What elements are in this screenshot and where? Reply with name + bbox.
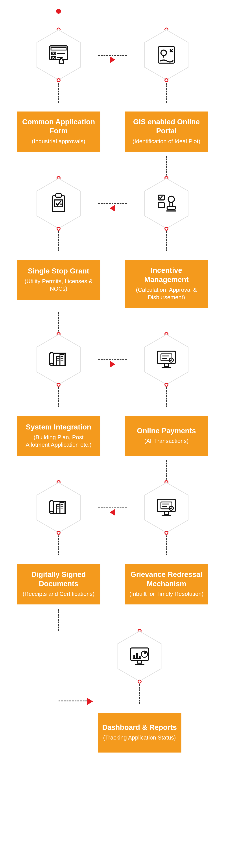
arrow-right-icon bbox=[110, 56, 115, 63]
row-2-connector bbox=[98, 204, 127, 211]
v-connector bbox=[166, 83, 167, 103]
row-4-connector bbox=[98, 507, 127, 516]
card-grievance-redressal: Grievance Redressal Mechanism (Inbuilt f… bbox=[125, 564, 208, 604]
step-system-integration: System Integration (Building Plan, Post … bbox=[17, 334, 100, 456]
step-digitally-signed-documents: Digitally Signed Documents (Receipts and… bbox=[17, 482, 100, 604]
step-dashboard-reports: Dashboard & Reports (Tracking Applicatio… bbox=[98, 631, 182, 752]
v-connector bbox=[58, 388, 59, 407]
card-title: Dashboard & Reports bbox=[102, 723, 177, 732]
arrow-right-icon bbox=[87, 698, 93, 705]
card-subtitle: (Industrial approvals) bbox=[21, 138, 96, 145]
node-dot-bottom bbox=[138, 680, 141, 684]
card-title: Grievance Redressal Mechanism bbox=[129, 570, 204, 588]
card-single-stop-grant: Single Stop Grant (Utility Permits, Lice… bbox=[17, 260, 100, 300]
row-1-connector bbox=[98, 55, 127, 63]
v-connector bbox=[139, 684, 140, 704]
row-5: Dashboard & Reports (Tracking Applicatio… bbox=[0, 631, 225, 752]
card-subtitle: (Identification of Ideal Plot) bbox=[129, 138, 204, 145]
card-gis-portal: GIS enabled Online Portal (Identificatio… bbox=[125, 112, 208, 152]
node-dot-bottom bbox=[164, 531, 168, 535]
card-title: Online Payments bbox=[129, 426, 204, 435]
node-dot-bottom bbox=[164, 383, 168, 387]
card-subtitle: (All Transactions) bbox=[129, 437, 204, 445]
card-title: Incentive Management bbox=[129, 266, 204, 284]
card-title: System Integration bbox=[21, 423, 96, 431]
feature-flow-diagram: Common Application Form (Industrial appr… bbox=[0, 9, 225, 757]
row-gap-3 bbox=[0, 460, 225, 482]
start-dot bbox=[56, 9, 61, 14]
stamp-icon bbox=[155, 192, 178, 214]
card-incentive-management: Incentive Management (Calculation, Appro… bbox=[125, 260, 208, 308]
v-connector bbox=[58, 535, 59, 555]
card-subtitle: (Building Plan, Post Allotment Applicati… bbox=[21, 434, 96, 448]
monitor-icon bbox=[155, 348, 178, 370]
step-incentive-management: Incentive Management (Calculation, Appro… bbox=[125, 178, 208, 308]
step-common-application-form: Common Application Form (Industrial appr… bbox=[17, 30, 100, 152]
row-gap-4 bbox=[0, 609, 225, 631]
node-dot-bottom bbox=[57, 227, 61, 231]
card-subtitle: (Receipts and Certifications) bbox=[21, 590, 96, 598]
v-connector bbox=[58, 312, 59, 334]
blueprint-icon bbox=[47, 348, 70, 370]
card-title: Common Application Form bbox=[21, 117, 96, 135]
row-1: Common Application Form (Industrial appr… bbox=[0, 30, 225, 152]
arrow-left-icon bbox=[110, 205, 115, 212]
card-subtitle: (Utility Permits, Licenses & NOCs) bbox=[21, 278, 96, 292]
node-dot-bottom bbox=[57, 78, 61, 82]
v-connector bbox=[166, 460, 167, 482]
card-title: Single Stop Grant bbox=[21, 267, 96, 275]
arrow-left-icon bbox=[110, 509, 115, 516]
row-gap-2 bbox=[0, 312, 225, 334]
v-connector bbox=[166, 535, 167, 555]
card-dashboard-reports: Dashboard & Reports (Tracking Applicatio… bbox=[98, 713, 182, 752]
dashboard-icon bbox=[129, 645, 151, 667]
card-subtitle: (Inbuilt for Timely Resolution) bbox=[129, 590, 204, 598]
card-digitally-signed-documents: Digitally Signed Documents (Receipts and… bbox=[17, 564, 100, 604]
row-2: Single Stop Grant (Utility Permits, Lice… bbox=[0, 178, 225, 308]
v-connector bbox=[58, 83, 59, 103]
row-3: System Integration (Building Plan, Post … bbox=[0, 334, 225, 456]
step-online-payments: Online Payments (All Transactions) bbox=[125, 334, 208, 456]
node-dot-bottom bbox=[164, 78, 168, 82]
clipboard-icon bbox=[47, 192, 70, 214]
v-connector bbox=[166, 231, 167, 251]
card-common-application-form: Common Application Form (Industrial appr… bbox=[17, 112, 100, 152]
card-subtitle: (Calculation, Approval & Disbursement) bbox=[129, 286, 204, 301]
row-4: Digitally Signed Documents (Receipts and… bbox=[0, 482, 225, 604]
v-connector bbox=[58, 231, 59, 251]
v-connector bbox=[58, 609, 59, 631]
step-single-stop-grant: Single Stop Grant (Utility Permits, Lice… bbox=[17, 178, 100, 308]
card-subtitle: (Tracking Application Status) bbox=[102, 734, 177, 742]
v-connector bbox=[166, 388, 167, 407]
row-3-connector bbox=[98, 360, 127, 367]
row-5-connector bbox=[59, 698, 93, 705]
form-icon bbox=[47, 44, 70, 66]
row-gap-1 bbox=[0, 156, 225, 178]
card-title: GIS enabled Online Portal bbox=[129, 117, 204, 135]
map-icon bbox=[155, 44, 178, 66]
node-dot-bottom bbox=[57, 531, 61, 535]
v-connector bbox=[166, 156, 167, 178]
card-system-integration: System Integration (Building Plan, Post … bbox=[17, 416, 100, 456]
blueprint-icon bbox=[47, 496, 70, 519]
start-connector bbox=[0, 14, 171, 28]
step-grievance-redressal: Grievance Redressal Mechanism (Inbuilt f… bbox=[125, 482, 208, 604]
monitor-icon bbox=[155, 496, 178, 519]
card-title: Digitally Signed Documents bbox=[21, 570, 96, 588]
arrow-right-icon bbox=[110, 361, 115, 368]
node-dot-bottom bbox=[164, 227, 168, 231]
card-online-payments: Online Payments (All Transactions) bbox=[125, 416, 208, 456]
node-dot-bottom bbox=[57, 383, 61, 387]
step-gis-portal: GIS enabled Online Portal (Identificatio… bbox=[125, 30, 208, 152]
